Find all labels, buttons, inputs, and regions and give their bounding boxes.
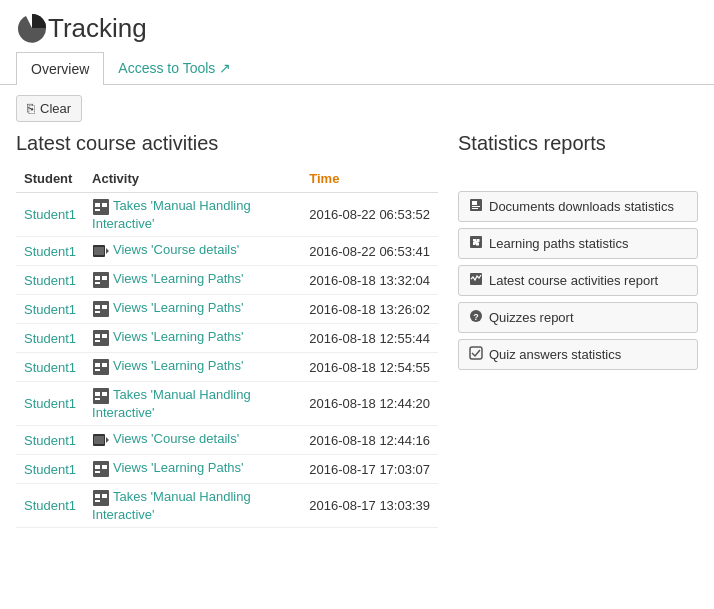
svg-rect-2 [102,203,107,207]
pie-chart-icon [16,12,48,44]
svg-rect-39 [472,201,477,205]
activity-link[interactable]: Takes 'Manual Handling Interactive' [92,198,251,231]
time-cell: 2016-08-22 06:53:52 [301,193,438,237]
svg-rect-3 [95,209,100,211]
stat-btn-label: Documents downloads statistics [489,199,674,214]
right-panel-title: Statistics reports [458,132,698,155]
svg-rect-32 [102,465,107,469]
activity-link[interactable]: Views 'Course details' [113,242,239,257]
tab-bar: Overview Access to Tools ↗ [0,52,714,85]
question-icon: ? [469,309,483,326]
student-link[interactable]: Student1 [24,433,76,448]
col-time: Time [301,165,438,193]
svg-rect-12 [95,305,100,309]
stat-btn-3[interactable]: ?Quizzes report [458,302,698,333]
svg-marker-28 [106,437,109,443]
tab-access-to-tools[interactable]: Access to Tools ↗ [104,52,245,84]
student-link[interactable]: Student1 [24,331,76,346]
svg-rect-6 [94,247,104,255]
table-row: Student1Views 'Learning Paths'2016-08-18… [16,295,438,324]
activity-link[interactable]: Views 'Learning Paths' [113,300,243,315]
interactive-icon [92,329,110,347]
checkbox-icon [469,346,483,363]
student-link[interactable]: Student1 [24,396,76,411]
time-cell: 2016-08-17 13:03:39 [301,484,438,528]
stat-buttons: Documents downloads statisticsLearning p… [458,191,698,370]
svg-rect-41 [472,208,478,209]
stat-btn-1[interactable]: Learning paths statistics [458,228,698,259]
content: Latest course activities Student Activit… [0,132,714,528]
activity-link[interactable]: Views 'Course details' [113,431,239,446]
student-link[interactable]: Student1 [24,302,76,317]
stat-btn-label: Quiz answers statistics [489,347,621,362]
right-panel: Statistics reports Documents downloads s… [458,132,698,528]
svg-rect-10 [95,282,100,284]
activity-icon [469,272,483,289]
table-row: Student1Views 'Learning Paths'2016-08-18… [16,266,438,295]
activity-link[interactable]: Views 'Learning Paths' [113,329,243,344]
table-row: Student1Views 'Course details'2016-08-18… [16,426,438,455]
video-icon [92,431,110,449]
svg-rect-16 [95,334,100,338]
video-icon [92,242,110,260]
time-cell: 2016-08-18 12:44:20 [301,382,438,426]
time-cell: 2016-08-17 17:03:07 [301,455,438,484]
time-cell: 2016-08-18 12:44:16 [301,426,438,455]
svg-rect-21 [102,363,107,367]
svg-rect-22 [95,369,100,371]
table-row: Student1Takes 'Manual Handling Interacti… [16,382,438,426]
interactive-icon [92,460,110,478]
time-cell: 2016-08-18 12:54:55 [301,353,438,382]
time-cell: 2016-08-22 06:53:41 [301,237,438,266]
time-cell: 2016-08-18 12:55:44 [301,324,438,353]
student-link[interactable]: Student1 [24,273,76,288]
stat-btn-label: Learning paths statistics [489,236,628,251]
svg-rect-8 [95,276,100,280]
student-link[interactable]: Student1 [24,244,76,259]
activity-link[interactable]: Views 'Learning Paths' [113,460,243,475]
stat-btn-0[interactable]: Documents downloads statistics [458,191,698,222]
clear-icon: ⎘ [27,101,35,116]
download-icon [469,198,483,215]
page-title: Tracking [48,13,147,44]
svg-rect-24 [95,392,100,396]
activities-table: Student Activity Time Student1Takes 'Man… [16,165,438,528]
svg-rect-35 [95,494,100,498]
clear-button[interactable]: ⎘ Clear [16,95,82,122]
interactive-icon [92,300,110,318]
tab-overview[interactable]: Overview [16,52,104,85]
student-link[interactable]: Student1 [24,498,76,513]
interactive-icon [92,387,110,405]
svg-rect-40 [472,206,480,207]
stat-btn-label: Latest course activities report [489,273,658,288]
svg-rect-33 [95,471,100,473]
stat-btn-2[interactable]: Latest course activities report [458,265,698,296]
stat-btn-4[interactable]: Quiz answers statistics [458,339,698,370]
student-link[interactable]: Student1 [24,462,76,477]
table-row: Student1Takes 'Manual Handling Interacti… [16,193,438,237]
table-row: Student1Takes 'Manual Handling Interacti… [16,484,438,528]
time-cell: 2016-08-18 13:26:02 [301,295,438,324]
header: Tracking [0,0,714,52]
svg-rect-31 [95,465,100,469]
svg-rect-1 [95,203,100,207]
toolbar: ⎘ Clear [0,85,714,132]
external-link-icon: ↗ [219,60,231,76]
svg-rect-14 [95,311,100,313]
table-row: Student1Views 'Learning Paths'2016-08-18… [16,353,438,382]
interactive-icon [92,358,110,376]
student-link[interactable]: Student1 [24,360,76,375]
activity-link[interactable]: Takes 'Manual Handling Interactive' [92,489,251,522]
activity-link[interactable]: Views 'Learning Paths' [113,358,243,373]
student-link[interactable]: Student1 [24,207,76,222]
stat-btn-label: Quizzes report [489,310,574,325]
time-cell: 2016-08-18 13:32:04 [301,266,438,295]
col-activity: Activity [84,165,301,193]
activity-link[interactable]: Takes 'Manual Handling Interactive' [92,387,251,420]
svg-rect-18 [95,340,100,342]
svg-rect-26 [95,398,100,400]
svg-rect-17 [102,334,107,338]
left-panel: Latest course activities Student Activit… [16,132,438,528]
puzzle-icon [469,235,483,252]
activity-link[interactable]: Views 'Learning Paths' [113,271,243,286]
